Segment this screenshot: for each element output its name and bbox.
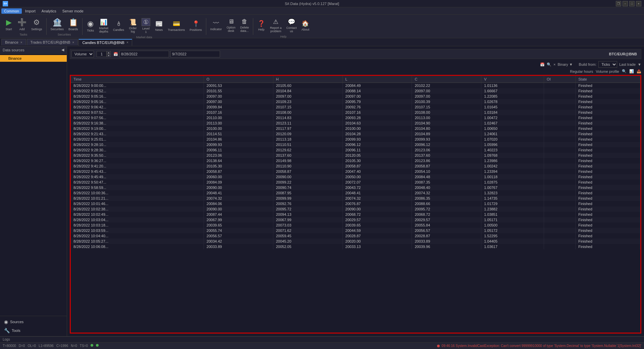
market-depths-button[interactable]: 📊 Marketdepths	[97, 17, 111, 35]
volume-select[interactable]: Volume	[71, 51, 94, 57]
sidebar-item-binance[interactable]: ● Binance	[0, 55, 67, 62]
table-row[interactable]: 8/28/2022 9:36:27...20138.6420149.982010…	[71, 158, 640, 163]
table-row[interactable]: 8/28/2022 10:03:59...20055.7420071.62200…	[71, 228, 640, 233]
binance-tab[interactable]: Binance ×	[1, 39, 26, 45]
spin-up-btn[interactable]: ▲	[107, 51, 111, 54]
export-icon[interactable]: 📤	[637, 69, 641, 73]
search2-icon[interactable]: 🔍	[622, 69, 627, 73]
table-row[interactable]: 8/28/2022 9:45:49...20060.0020090.002005…	[71, 174, 640, 180]
col-h[interactable]: H	[273, 76, 342, 83]
menu-analytics[interactable]: Analytics	[39, 8, 59, 14]
build-from-select[interactable]: Ticks	[598, 61, 617, 68]
table-row[interactable]: 8/28/2022 9:58:59...20090.0020090.742004…	[71, 185, 640, 190]
table-row[interactable]: 8/28/2022 10:01:21...20074.3220099.99200…	[71, 196, 640, 201]
transactions-button[interactable]: 💳 Transactions	[166, 17, 187, 35]
tools-icon: 🔧	[4, 328, 10, 333]
close2-icon[interactable]: ×	[553, 62, 555, 66]
table-row[interactable]: 8/28/2022 9:06:42...20099.8420107.152009…	[71, 104, 640, 110]
sources-nav-item[interactable]: ◉ Sources	[0, 317, 67, 326]
trades-tab-label: Trades BTC/EUR@BNB	[31, 40, 70, 44]
col-o[interactable]: O	[204, 76, 273, 83]
candles-tab[interactable]: Candles BTC/EUR@BNB ×	[78, 39, 132, 46]
report-button[interactable]: ⚠ Report aproblem	[268, 17, 284, 34]
table-row[interactable]: 8/28/2022 10:01:46...20084.0620092.76200…	[71, 201, 640, 206]
indicator-button[interactable]: 〰 Indicator	[208, 17, 224, 34]
table-row[interactable]: 8/28/2022 9:28:10...20099.9320110.512009…	[71, 142, 640, 147]
maximize-button[interactable]: □	[629, 1, 635, 6]
help-button[interactable]: ❓ Help	[255, 17, 267, 34]
table-row[interactable]: 8/28/2022 9:25:01...20104.8620113.182009…	[71, 137, 640, 142]
table-row[interactable]: 8/28/2022 9:21:43...20114.5120120.092010…	[71, 131, 640, 137]
ticks-button[interactable]: ◉ Ticks	[85, 17, 97, 35]
calendar2-icon[interactable]: 📅	[540, 62, 545, 67]
table-row[interactable]: 8/28/2022 9:07:52...20107.1620108.002010…	[71, 110, 640, 115]
table-row[interactable]: 8/28/2022 10:04:40...20056.5720059.45200…	[71, 233, 640, 239]
table-row[interactable]: 8/28/2022 10:03:18...20039.6520073.03200…	[71, 222, 640, 228]
close-button[interactable]: ×	[636, 1, 641, 6]
table-row[interactable]: 8/28/2022 9:50:47...20084.0920099.222007…	[71, 180, 640, 185]
status-N: N=0	[71, 344, 77, 348]
sidebar-collapse-btn[interactable]: ◀	[61, 48, 64, 52]
table-row[interactable]: 8/28/2022 9:07:56...20110.0020114.832009…	[71, 115, 640, 120]
level1-button[interactable]: ① Level1	[140, 17, 152, 35]
restore-button[interactable]: ❐	[616, 1, 621, 6]
trades-tab-close[interactable]: ×	[72, 41, 74, 44]
settings-button[interactable]: ⚙ Settings	[29, 17, 44, 32]
binary-label: Binary ▼	[557, 62, 573, 66]
order-log-button[interactable]: 📜 Orderlog	[127, 17, 139, 35]
table-row[interactable]: 8/28/2022 9:00:00...20091.5320105.602008…	[71, 83, 640, 89]
table-row[interactable]: 8/28/2022 9:45:43...20058.8720058.872004…	[71, 169, 640, 174]
add-button[interactable]: ➕ Add	[15, 17, 29, 32]
start-button[interactable]: ▶ Start	[3, 17, 15, 32]
col-state[interactable]: State	[576, 76, 640, 83]
table-row[interactable]: 8/28/2022 9:05:16...20097.0020109.232009…	[71, 99, 640, 104]
last-trade-dropdown[interactable]: ▼	[638, 62, 641, 66]
status-left: T=80000 D=0 OL=0 L1=89596 C=1996 N=0 TS=…	[3, 344, 99, 348]
boards-button[interactable]: 📋 Boards	[66, 17, 80, 32]
status-TS: TS=0	[80, 344, 88, 348]
table-row[interactable]: 8/28/2022 10:02:38...20090.0020095.72200…	[71, 206, 640, 212]
candles-button[interactable]: 🕯 Candles	[111, 17, 126, 35]
table-row[interactable]: 8/28/2022 9:41:20...20105.3020110.902005…	[71, 163, 640, 169]
trades-tab[interactable]: Trades BTC/EUR@BNB ×	[27, 39, 78, 45]
table-row[interactable]: 8/28/2022 9:02:52...20101.5520104.842008…	[71, 88, 640, 94]
menu-import[interactable]: Import	[22, 8, 38, 14]
candles-tab-close[interactable]: ×	[126, 41, 128, 44]
option-desk-button[interactable]: 🖥 Optiondesk	[224, 17, 237, 34]
delete-data-button[interactable]: 🗑 Deletedata...	[238, 17, 251, 34]
tools-nav-item[interactable]: 🔧 Tools	[0, 326, 67, 335]
about-button[interactable]: 🏠 About	[299, 17, 311, 34]
table-row[interactable]: 8/28/2022 10:05:27...20034.4220045.20200…	[71, 239, 640, 244]
table-row[interactable]: 8/28/2022 9:05:16...20097.0020097.002009…	[71, 94, 640, 99]
spin-down-btn[interactable]: ▼	[107, 54, 111, 57]
table-row[interactable]: 8/28/2022 9:19:00...20100.0020117.972010…	[71, 126, 640, 131]
table-row[interactable]: 8/28/2022 10:00:36...20048.4120087.95200…	[71, 190, 640, 196]
securities-button[interactable]: 🏦 Securities	[49, 17, 66, 32]
table-row[interactable]: 8/28/2022 9:28:30...20096.1120129.622009…	[71, 147, 640, 153]
spin-value-input[interactable]	[97, 51, 107, 57]
calendar-icon[interactable]: 📅	[113, 52, 118, 56]
news-button[interactable]: 📰 News	[153, 17, 165, 35]
col-oi[interactable]: OI	[544, 76, 576, 83]
minimize-button[interactable]: −	[623, 1, 628, 6]
chart-icon[interactable]: 📊	[629, 69, 634, 73]
table-row[interactable]: 8/28/2022 9:35:50...20123.0620137.602012…	[71, 153, 640, 158]
table-row[interactable]: 8/28/2022 10:06:08...20033.8920052.05200…	[71, 244, 640, 249]
binance-tab-close[interactable]: ×	[20, 41, 22, 44]
window-controls: ❐ − □ ×	[616, 1, 641, 6]
data-table: Time O H L C V OI State 8/28/2022 9:00:0…	[71, 76, 640, 249]
table-row[interactable]: 8/28/2022 10:02:49...20087.4420094.13200…	[71, 212, 640, 217]
table-row[interactable]: 8/28/2022 9:16:38...20113.0020123.112010…	[71, 120, 640, 126]
contact-button[interactable]: 💬 Contactus	[284, 17, 299, 34]
col-time[interactable]: Time	[71, 76, 204, 83]
menu-common[interactable]: Common	[1, 8, 22, 14]
col-v[interactable]: V	[481, 76, 544, 83]
col-l[interactable]: L	[342, 76, 412, 83]
positions-button[interactable]: 📍 Positions	[187, 17, 204, 35]
menu-server-mode[interactable]: Server mode	[60, 8, 86, 14]
end-date-input[interactable]	[170, 51, 220, 57]
start-date-input[interactable]	[119, 51, 169, 57]
table-row[interactable]: 8/28/2022 10:03:04...20067.9920067.99200…	[71, 217, 640, 222]
col-c[interactable]: C	[412, 76, 481, 83]
search-icon[interactable]: 🔍	[547, 62, 551, 67]
